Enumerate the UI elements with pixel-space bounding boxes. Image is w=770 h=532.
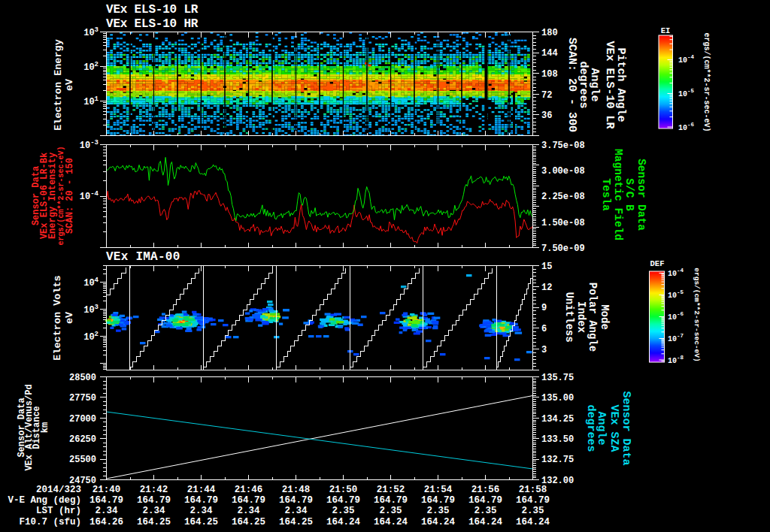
svg-text:103: 103 <box>83 26 99 38</box>
svg-text:1.50e-08: 1.50e-08 <box>541 218 585 228</box>
svg-text:VEx IMA-00: VEx IMA-00 <box>106 250 180 264</box>
svg-text:10-6: 10-6 <box>668 311 684 322</box>
svg-text:2.34: 2.34 <box>189 506 213 516</box>
svg-text:ergs/(cm**2-sr-sec-eV): ergs/(cm**2-sr-sec-eV) <box>702 32 711 131</box>
svg-text:164.25: 164.25 <box>279 517 313 527</box>
svg-text:21:54: 21:54 <box>424 485 453 495</box>
svg-text:Electron Volts: Electron Volts <box>52 275 63 360</box>
svg-text:VEx ELS-10 LR: VEx ELS-10 LR <box>106 3 199 17</box>
svg-text:134.25: 134.25 <box>541 414 574 425</box>
svg-text:2.34: 2.34 <box>284 506 308 516</box>
svg-text:102: 102 <box>83 61 99 73</box>
svg-text:10-5: 10-5 <box>668 289 684 300</box>
svg-text:164.79: 164.79 <box>326 495 360 506</box>
svg-text:164.79: 164.79 <box>232 495 265 506</box>
svg-text:Mode: Mode <box>599 304 611 330</box>
svg-text:3.00e-08: 3.00e-08 <box>541 166 585 177</box>
svg-text:VEx SZA: VEx SZA <box>608 404 620 452</box>
svg-text:7.50e-09: 7.50e-09 <box>541 243 585 254</box>
svg-text:21:42: 21:42 <box>140 485 168 495</box>
svg-text:144: 144 <box>541 48 558 59</box>
svg-text:km: km <box>40 422 50 433</box>
svg-text:2.35: 2.35 <box>521 506 544 516</box>
svg-text:VEx ELS-10 HR: VEx ELS-10 HR <box>106 17 199 31</box>
svg-text:21:44: 21:44 <box>187 485 216 495</box>
svg-text:2.35: 2.35 <box>474 506 496 516</box>
svg-text:9: 9 <box>541 303 547 313</box>
svg-text:164.24: 164.24 <box>516 517 550 527</box>
svg-text:F10.7 (sfu): F10.7 (sfu) <box>19 517 81 527</box>
svg-text:21:58: 21:58 <box>519 485 547 495</box>
svg-text:Polar Angle: Polar Angle <box>587 283 599 352</box>
svg-text:27000: 27000 <box>69 414 96 425</box>
svg-text:164.79: 164.79 <box>184 495 218 506</box>
svg-text:108: 108 <box>541 69 558 80</box>
svg-text:104: 104 <box>83 277 99 289</box>
svg-text:135.00: 135.00 <box>541 393 574 404</box>
svg-text:10-4: 10-4 <box>80 190 99 202</box>
svg-text:133.50: 133.50 <box>541 434 574 445</box>
svg-text:Electron Energy: Electron Energy <box>53 39 64 131</box>
svg-text:2.34: 2.34 <box>237 506 260 516</box>
svg-text:164.24: 164.24 <box>421 517 456 527</box>
svg-text:Sensor Data: Sensor Data <box>620 391 632 465</box>
svg-text:164.79: 164.79 <box>279 495 313 506</box>
svg-text:164.24: 164.24 <box>374 517 408 527</box>
svg-text:eV: eV <box>64 311 75 324</box>
svg-text:2.35: 2.35 <box>379 506 402 516</box>
svg-text:21:48: 21:48 <box>282 485 311 495</box>
svg-text:VEx ELS-10 LR: VEx ELS-10 LR <box>603 41 616 128</box>
svg-text:2014/323: 2014/323 <box>36 485 81 495</box>
svg-text:28500: 28500 <box>69 373 96 383</box>
svg-text:EI: EI <box>661 26 671 35</box>
svg-text:10-7: 10-7 <box>668 333 684 343</box>
svg-text:164.79: 164.79 <box>137 495 171 506</box>
svg-text:2.35: 2.35 <box>426 506 449 516</box>
svg-text:21:56: 21:56 <box>471 485 500 495</box>
svg-text:eV: eV <box>64 78 75 91</box>
svg-text:21:46: 21:46 <box>235 485 263 495</box>
svg-text:10-3: 10-3 <box>80 139 99 151</box>
svg-text:6: 6 <box>541 324 547 334</box>
svg-text:15: 15 <box>541 261 552 272</box>
svg-text:ergs/(cm**2-sr-sec-eV): ergs/(cm**2-sr-sec-eV) <box>693 268 701 361</box>
svg-text:Unitless: Unitless <box>563 292 575 342</box>
svg-text:2.25e-08: 2.25e-08 <box>541 192 585 202</box>
svg-text:164.26: 164.26 <box>89 517 123 527</box>
svg-text:SCAN: 20 - 150: SCAN: 20 - 150 <box>65 158 75 234</box>
svg-text:103: 103 <box>83 304 99 316</box>
svg-text:72: 72 <box>541 90 552 101</box>
svg-text:Sensor Data: Sensor Data <box>635 159 647 231</box>
svg-text:V-E Ang (deg): V-E Ang (deg) <box>8 495 81 506</box>
svg-text:164.25: 164.25 <box>184 517 218 527</box>
svg-text:21:40: 21:40 <box>92 485 121 495</box>
svg-text:164.79: 164.79 <box>516 495 550 506</box>
svg-text:27750: 27750 <box>69 393 96 404</box>
svg-text:164.24: 164.24 <box>468 517 503 527</box>
svg-text:26250: 26250 <box>69 434 96 445</box>
svg-text:21:50: 21:50 <box>329 485 358 495</box>
svg-text:10-6: 10-6 <box>678 122 695 132</box>
svg-text:12: 12 <box>541 283 552 293</box>
svg-text:164.24: 164.24 <box>326 517 361 527</box>
svg-text:3: 3 <box>541 345 547 355</box>
svg-text:10-4: 10-4 <box>678 54 695 65</box>
svg-text:10-4: 10-4 <box>668 268 684 278</box>
svg-text:164.79: 164.79 <box>468 495 502 506</box>
svg-text:degrees: degrees <box>584 404 597 452</box>
svg-text:21:52: 21:52 <box>377 485 405 495</box>
svg-text:SCAN: 20 - 300: SCAN: 20 - 300 <box>565 38 578 132</box>
svg-text:164.25: 164.25 <box>232 517 265 527</box>
svg-text:Magnetic Field: Magnetic Field <box>612 149 624 240</box>
svg-text:102: 102 <box>83 331 99 343</box>
svg-text:164.79: 164.79 <box>374 495 408 506</box>
svg-text:DEF: DEF <box>650 259 665 268</box>
svg-text:164.79: 164.79 <box>421 495 455 506</box>
svg-text:10-5: 10-5 <box>678 88 695 98</box>
svg-text:2.34: 2.34 <box>142 506 165 516</box>
svg-text:25500: 25500 <box>69 455 96 465</box>
svg-text:101: 101 <box>83 95 99 107</box>
svg-text:164.25: 164.25 <box>137 517 171 527</box>
svg-text:Index: Index <box>575 301 587 334</box>
svg-text:10-8: 10-8 <box>668 355 684 365</box>
